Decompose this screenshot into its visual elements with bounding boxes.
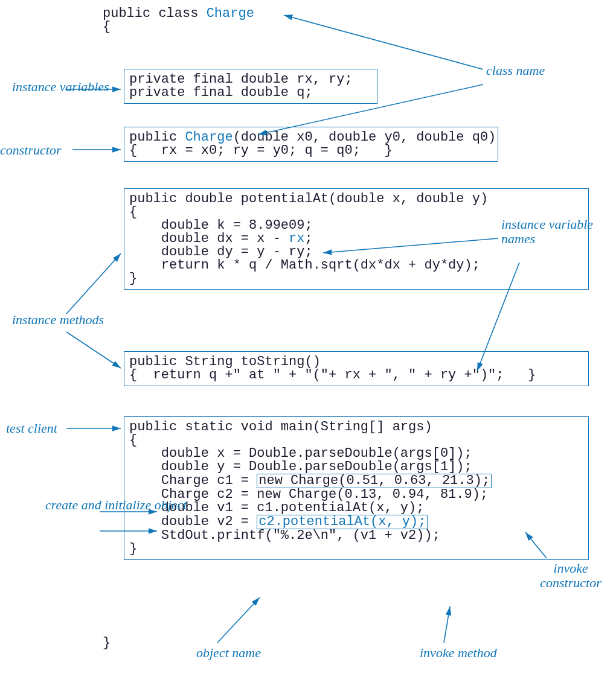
main-l5: double v1 = c1.potentialAt(x, y); <box>129 501 583 515</box>
main-sig: public static void main(String[] args) <box>129 421 583 434</box>
class-open-brace: { <box>103 21 254 34</box>
tostring-box: public String toString() { return q +" a… <box>124 351 589 386</box>
arrows-overlay <box>0 0 616 700</box>
main-l2: double y = Double.parseDouble(args[1]); <box>129 460 583 474</box>
ctor-body: { rx = x0; ry = y0; q = q0; } <box>129 144 493 158</box>
ts-body: { return q +" at " + "("+ rx + ", " + ry… <box>129 369 583 382</box>
main-open: { <box>129 434 583 447</box>
label-instance-variables: instance variables <box>12 80 109 94</box>
main-l4: Charge c2 = new Charge(0.13, 0.94, 81.9)… <box>129 488 583 501</box>
main-l6a: double v2 = <box>129 514 257 529</box>
arrow-instmeth-1 <box>66 253 121 314</box>
main-close: } <box>129 542 583 556</box>
main-l3-new-box: new Charge(0.51, 0.63, 21.3); <box>257 474 492 488</box>
ts-sig: public String toString() <box>129 355 583 369</box>
class-decl-prefix: public class <box>103 6 207 21</box>
ivar-line2: private final double q; <box>129 86 372 100</box>
pa-close: } <box>129 272 583 285</box>
main-l6-call-box: c2.potentialAt(x, y); <box>257 515 428 529</box>
pa-sig: public double potentialAt(double x, doub… <box>129 192 583 206</box>
arrow-instmeth-2 <box>66 332 121 368</box>
main-l3a: Charge c1 = <box>129 473 257 488</box>
pa-l3: double dy = y - ry; <box>129 246 583 259</box>
label-invoke-method: invoke method <box>420 646 497 660</box>
main-l7: StdOut.printf("%.2e\n", (v1 + v2)); <box>129 529 583 542</box>
arrow-classname-to-decl <box>284 15 483 69</box>
class-declaration: public class Charge { <box>103 7 254 34</box>
label-instance-methods: instance methods <box>12 313 104 327</box>
label-class-name: class name <box>486 63 545 78</box>
label-create-initialize: create and initialize object <box>45 498 187 512</box>
label-test-client: test client <box>6 421 57 436</box>
class-name-token: Charge <box>207 6 254 21</box>
label-instance-variable-names: instance variable names <box>501 217 616 246</box>
ivar-line1: private final double rx, ry; <box>129 73 372 86</box>
pa-l4: return k * q / Math.sqrt(dx*dx + dy*dy); <box>129 259 583 272</box>
label-object-name: object name <box>196 646 261 660</box>
label-invoke-constructor: invoke constructor <box>525 561 616 590</box>
label-constructor: constructor <box>0 143 61 158</box>
arrow-invoke-method <box>444 606 450 643</box>
instance-variables-box: private final double rx, ry; private fin… <box>124 69 377 104</box>
class-close-brace: } <box>103 637 111 650</box>
arrow-object-name <box>217 597 260 643</box>
testclient-box: public static void main(String[] args) {… <box>124 416 589 560</box>
constructor-box: public Charge(double x0, double y0, doub… <box>124 127 498 162</box>
main-l1: double x = Double.parseDouble(args[0]); <box>129 447 583 460</box>
